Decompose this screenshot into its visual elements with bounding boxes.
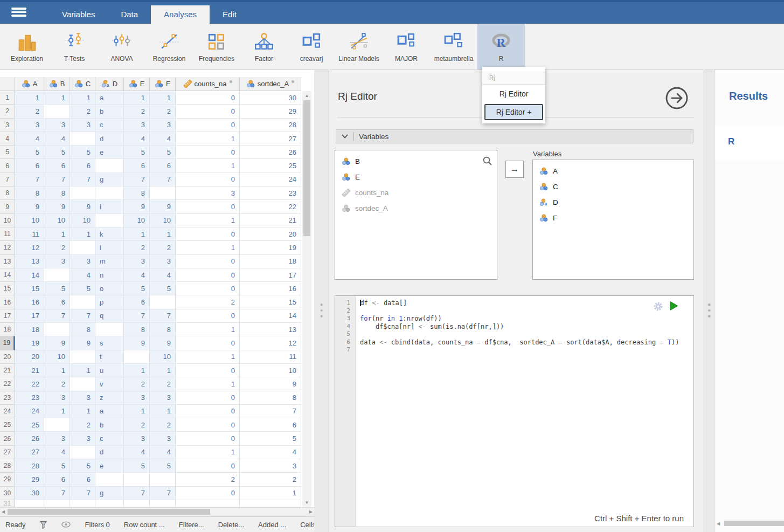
cell[interactable]: 2 [124,241,150,254]
cell[interactable]: 0 [176,91,240,105]
cell[interactable]: c [95,432,124,445]
cell[interactable]: 1 [240,487,301,500]
cell[interactable]: 6 [44,473,70,486]
ribbon-item-r[interactable]: RR [477,24,525,70]
filter-funnel-icon[interactable] [39,520,48,529]
cell[interactable]: 9 [124,200,150,213]
row-header[interactable]: 14 [0,268,15,282]
horizontal-scrollbar-thumb[interactable] [8,509,210,515]
cell[interactable]: 1 [124,91,150,105]
cell[interactable]: 7 [15,173,44,186]
cell[interactable]: 1 [44,364,70,377]
cell[interactable]: 6 [150,159,176,172]
cell[interactable]: 2 [70,418,95,432]
cell[interactable]: 5 [150,459,176,473]
row-header[interactable]: 21 [0,364,15,377]
cell[interactable]: 21 [15,364,44,377]
row-header[interactable]: 8 [0,186,15,200]
cell[interactable]: 9 [150,336,176,350]
cell[interactable]: 6 [15,159,44,172]
cell[interactable]: 9 [70,336,95,350]
select-all-corner[interactable] [0,77,15,91]
cell[interactable]: d [95,446,124,459]
cell[interactable]: 19 [15,336,44,350]
cell[interactable]: 9 [15,200,44,213]
cell[interactable]: 8 [44,186,70,200]
cell[interactable]: 5 [240,432,301,445]
cell[interactable]: 10 [70,214,95,227]
scroll-right-icon[interactable]: ▶ [309,509,313,514]
cell[interactable]: 0 [176,459,240,473]
cell[interactable]: 2 [150,105,176,118]
cell[interactable]: 3 [44,119,70,132]
cell[interactable]: 26 [240,146,301,159]
cell[interactable]: 3 [124,255,150,268]
cell[interactable]: e [95,459,124,473]
variable-item-B[interactable]: B [335,154,497,169]
cell[interactable]: 0 [176,309,240,323]
cell[interactable] [124,350,150,364]
cell[interactable]: 8 [124,186,150,200]
cell[interactable]: 28 [15,459,44,473]
cell[interactable]: 2 [44,241,70,254]
cell[interactable] [150,500,176,507]
drag-handle-icon[interactable] [708,303,711,317]
cell[interactable]: 11 [240,350,301,364]
cell[interactable]: g [95,173,124,186]
row-header[interactable]: 25 [0,418,15,432]
cell[interactable]: 26 [15,432,44,445]
cell[interactable]: 14 [240,309,301,323]
cell[interactable]: 3 [150,432,176,445]
cell[interactable]: 3 [70,119,95,132]
cell[interactable]: 11 [15,227,44,241]
cell[interactable]: 16 [240,282,301,295]
cell[interactable]: 4 [240,446,301,459]
ribbon-item-creavarj[interactable]: creavarj [288,24,335,70]
row-header[interactable]: 15 [0,282,15,295]
cell[interactable]: 0 [176,227,240,241]
cell[interactable]: 2 [150,418,176,432]
cell[interactable]: 1 [70,364,95,377]
cell[interactable]: 0 [176,255,240,268]
cell[interactable]: 13 [15,255,44,268]
cell[interactable]: 16 [15,295,44,309]
cell[interactable]: 4 [15,132,44,146]
cell[interactable]: 3 [124,432,150,445]
cell[interactable]: 2 [70,105,95,118]
cell[interactable]: 6 [124,159,150,172]
cell[interactable]: 2 [176,295,240,309]
cell[interactable]: 8 [240,391,301,405]
cell[interactable]: g [95,487,124,500]
cell[interactable] [150,295,176,309]
cell[interactable]: 24 [240,173,301,186]
tab-data[interactable]: Data [108,5,151,24]
cell[interactable]: 1 [70,405,95,418]
assigned-variables-list[interactable]: ACaDF [532,160,694,280]
tab-analyses[interactable]: Analyses [151,5,210,24]
cell[interactable]: 0 [176,200,240,213]
cell[interactable]: d [95,132,124,146]
cell[interactable]: 3 [70,432,95,445]
cell[interactable] [44,418,70,432]
row-header[interactable]: 20 [0,350,15,364]
search-icon[interactable] [482,156,492,168]
cell[interactable]: 15 [240,295,301,309]
cell[interactable]: 3 [176,186,240,200]
cell[interactable]: 4 [124,446,150,459]
cell[interactable]: 29 [15,473,44,486]
cell[interactable]: a [95,91,124,105]
cell[interactable] [44,323,70,336]
cell[interactable]: 3 [124,391,150,405]
cell[interactable]: 2 [44,377,70,391]
panel-splitter-left[interactable] [314,70,329,532]
cell[interactable]: 14 [15,268,44,282]
cell[interactable]: 1 [176,323,240,336]
cell[interactable]: z [95,391,124,405]
cell[interactable]: 20 [15,350,44,364]
cell[interactable]: 25 [15,418,44,432]
row-header[interactable]: 7 [0,173,15,186]
cell[interactable]: 9 [44,336,70,350]
cell[interactable]: 10 [44,350,70,364]
cell[interactable] [70,350,95,364]
cell[interactable]: i [95,200,124,213]
